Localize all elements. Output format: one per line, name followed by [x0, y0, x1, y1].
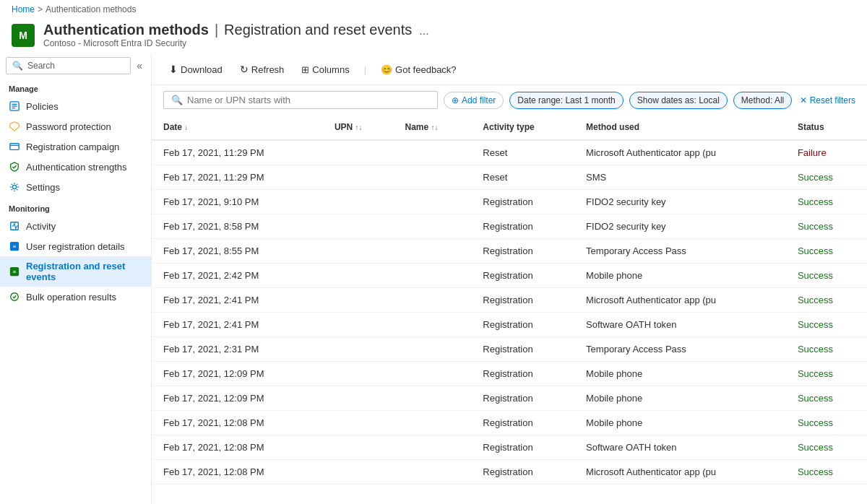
table-row[interactable]: Feb 17, 2021, 12:09 PM Registration Mobi…	[152, 386, 867, 411]
sidebar-item-password-protection[interactable]: ! Password protection	[0, 116, 151, 136]
sidebar-item-registration-events[interactable]: ≡ Registration and reset events	[0, 256, 151, 287]
cell-status: Success	[786, 239, 867, 264]
table-row[interactable]: Feb 17, 2021, 12:08 PM Registration Micr…	[152, 460, 867, 485]
cell-activity-type: Registration	[471, 386, 574, 411]
auth-strengths-label: Authentication strengths	[26, 162, 126, 173]
table-row[interactable]: Feb 17, 2021, 2:42 PM Registration Mobil…	[152, 264, 867, 288]
bulk-label: Bulk operation results	[26, 292, 116, 303]
cell-upn	[323, 239, 394, 264]
cell-upn	[323, 337, 394, 362]
upn-sort-icon: ↑↓	[355, 123, 363, 131]
cell-name	[394, 362, 472, 386]
method-filter[interactable]: Method: All	[733, 92, 792, 109]
cell-date: Feb 17, 2021, 2:41 PM	[152, 313, 323, 337]
cell-method-used: Software OATH token	[574, 313, 786, 337]
col-upn[interactable]: UPN ↑↓	[323, 115, 394, 140]
campaign-icon	[9, 141, 20, 152]
breadcrumb-separator: >	[38, 4, 43, 14]
cell-method-used: FIDO2 security key	[574, 190, 786, 214]
reg-events-label: Registration and reset events	[26, 261, 142, 282]
cell-method-used: Mobile phone	[574, 386, 786, 411]
cell-method-used: Microsoft Authenticator app (pu	[574, 460, 786, 485]
filter-search-input[interactable]	[187, 95, 430, 105]
cell-status: Success	[786, 313, 867, 337]
sidebar-item-bulk-results[interactable]: Bulk operation results	[0, 287, 151, 307]
page-header-text: Authentication methods | Registration an…	[43, 22, 429, 48]
show-dates-filter[interactable]: Show dates as: Local	[629, 92, 728, 109]
table-row[interactable]: Feb 17, 2021, 12:09 PM Registration Mobi…	[152, 362, 867, 386]
table-row[interactable]: Feb 17, 2021, 8:55 PM Registration Tempo…	[152, 239, 867, 264]
col-date[interactable]: Date ↓	[152, 115, 323, 140]
reset-filters-label: Reset filters	[810, 95, 855, 105]
table-header-row: Date ↓ UPN ↑↓ Name ↑↓ Activity type Meth…	[152, 115, 867, 140]
cell-method-used: Microsoft Authenticator app (pu	[574, 140, 786, 165]
table-row[interactable]: Feb 17, 2021, 12:08 PM Registration Soft…	[152, 435, 867, 460]
collapse-button[interactable]: «	[134, 60, 145, 71]
app-logo: M	[12, 24, 35, 47]
cell-date: Feb 17, 2021, 8:58 PM	[152, 214, 323, 239]
date-range-filter[interactable]: Date range: Last 1 month	[509, 92, 623, 109]
sidebar-item-settings[interactable]: Settings	[0, 177, 151, 197]
add-filter-button[interactable]: ⊕ Add filter	[444, 92, 504, 109]
sidebar-item-activity[interactable]: Activity	[0, 216, 151, 236]
breadcrumb: Home > Authentication methods	[0, 0, 867, 19]
content-area: ⬇ Download ↻ Refresh ⊞ Columns | 😊 Got f…	[152, 54, 867, 504]
sidebar-item-policies[interactable]: Policies	[0, 96, 151, 116]
cell-date: Feb 17, 2021, 9:10 PM	[152, 190, 323, 214]
activity-icon	[9, 220, 20, 232]
feedback-button[interactable]: 😊 Got feedback?	[375, 61, 462, 79]
cell-status: Success	[786, 460, 867, 485]
sidebar-item-registration-campaign[interactable]: Registration campaign	[0, 136, 151, 157]
download-label: Download	[181, 64, 223, 75]
reset-filters-button[interactable]: ✕ Reset filters	[800, 95, 855, 105]
svg-text:≡: ≡	[13, 243, 17, 250]
table-row[interactable]: Feb 17, 2021, 11:29 PM Reset SMS Success	[152, 165, 867, 190]
cell-activity-type: Registration	[471, 337, 574, 362]
cell-method-used: SMS	[574, 165, 786, 190]
search-placeholder: Search	[27, 61, 55, 71]
cell-status: Success	[786, 362, 867, 386]
svg-text:!: !	[14, 124, 15, 129]
download-icon: ⬇	[169, 64, 178, 75]
sidebar-item-user-registration[interactable]: ≡ User registration details	[0, 236, 151, 256]
table-row[interactable]: Feb 17, 2021, 9:10 PM Registration FIDO2…	[152, 190, 867, 214]
cell-status: Success	[786, 411, 867, 435]
cell-date: Feb 17, 2021, 12:09 PM	[152, 386, 323, 411]
table-row[interactable]: Feb 17, 2021, 8:58 PM Registration FIDO2…	[152, 214, 867, 239]
policies-label: Policies	[26, 101, 59, 112]
page-subtitle: Registration and reset events	[224, 22, 412, 38]
refresh-button[interactable]: ↻ Refresh	[234, 60, 290, 79]
col-name[interactable]: Name ↑↓	[394, 115, 472, 140]
cell-activity-type: Registration	[471, 435, 574, 460]
cell-activity-type: Reset	[471, 165, 574, 190]
cell-activity-type: Registration	[471, 288, 574, 313]
table-row[interactable]: Feb 17, 2021, 2:31 PM Registration Tempo…	[152, 337, 867, 362]
cell-activity-type: Registration	[471, 239, 574, 264]
cell-upn	[323, 214, 394, 239]
table-row[interactable]: Feb 17, 2021, 12:08 PM Registration Mobi…	[152, 411, 867, 435]
col-status: Status	[786, 115, 867, 140]
table-row[interactable]: Feb 17, 2021, 2:41 PM Registration Softw…	[152, 313, 867, 337]
search-icon: 🔍	[12, 61, 23, 71]
table-row[interactable]: Feb 17, 2021, 2:41 PM Registration Micro…	[152, 288, 867, 313]
more-icon[interactable]: ...	[419, 25, 428, 38]
sidebar-search[interactable]: 🔍 Search	[6, 57, 131, 74]
cell-status: Success	[786, 435, 867, 460]
feedback-label: Got feedback?	[395, 64, 457, 75]
cell-name	[394, 313, 472, 337]
sidebar-item-authentication-strengths[interactable]: Authentication strengths	[0, 157, 151, 177]
breadcrumb-home[interactable]: Home	[12, 4, 35, 14]
cell-upn	[323, 362, 394, 386]
download-button[interactable]: ⬇ Download	[163, 60, 228, 79]
filter-search-box[interactable]: 🔍	[163, 91, 438, 109]
cell-method-used: FIDO2 security key	[574, 214, 786, 239]
columns-button[interactable]: ⊞ Columns	[296, 61, 355, 79]
columns-icon: ⊞	[301, 64, 309, 75]
table-row[interactable]: Feb 17, 2021, 11:29 PM Reset Microsoft A…	[152, 140, 867, 165]
reset-icon: ✕	[800, 95, 807, 105]
cell-name	[394, 239, 472, 264]
cell-name	[394, 386, 472, 411]
cell-method-used: Software OATH token	[574, 435, 786, 460]
settings-label: Settings	[26, 182, 60, 193]
feedback-icon: 😊	[381, 64, 392, 75]
